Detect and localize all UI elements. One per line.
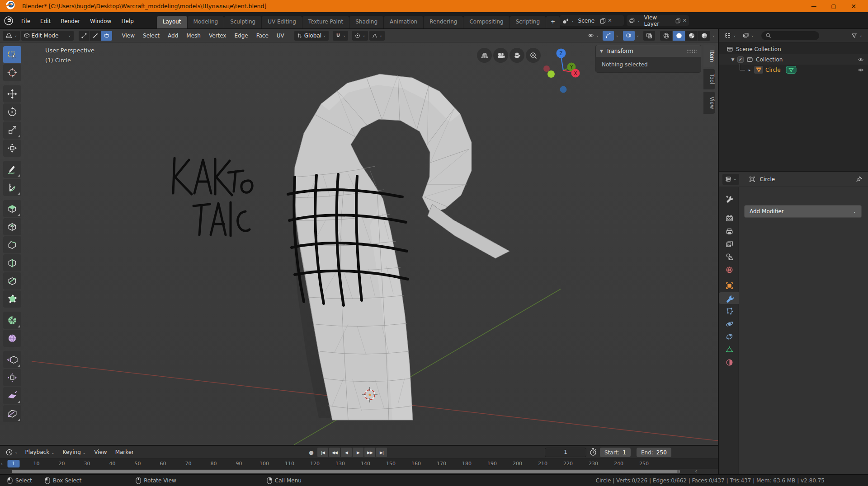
outliner-filter-mode-button[interactable]: ⌄ bbox=[740, 31, 757, 41]
collection-checkbox[interactable]: ✓ bbox=[737, 56, 744, 63]
orthographic-grid-button[interactable] bbox=[477, 48, 492, 63]
tool-smooth[interactable] bbox=[3, 330, 21, 347]
scene-name[interactable]: Scene bbox=[576, 18, 599, 24]
new-scene-icon[interactable] bbox=[600, 18, 606, 24]
edge-select-button[interactable] bbox=[90, 31, 101, 41]
outliner-display-mode-button[interactable]: ⌄ bbox=[722, 31, 739, 41]
current-frame-field[interactable]: 1 bbox=[545, 448, 586, 457]
tool-scale[interactable] bbox=[3, 122, 21, 139]
toggle-xray-button[interactable] bbox=[643, 31, 655, 41]
workspace-tab-shading[interactable]: Shading bbox=[349, 16, 383, 28]
gizmo-neg-x-axis[interactable] bbox=[543, 65, 550, 72]
show-overlays-toggle[interactable] bbox=[623, 31, 635, 41]
playhead-frame-badge[interactable]: 1 bbox=[8, 460, 20, 467]
viewport-menu-vertex[interactable]: Vertex bbox=[205, 31, 231, 41]
properties-tab-particles[interactable] bbox=[720, 305, 739, 317]
close-button[interactable]: ✕ bbox=[844, 0, 863, 12]
jump-to-end-button[interactable]: ▶| bbox=[376, 448, 387, 457]
workspace-tab-sculpting[interactable]: Sculpting bbox=[224, 16, 261, 28]
properties-tab-output[interactable] bbox=[720, 225, 739, 237]
viewport-menu-edge[interactable]: Edge bbox=[230, 31, 252, 41]
show-gizmo-toggle[interactable] bbox=[603, 31, 614, 41]
properties-tab-object-data[interactable] bbox=[720, 343, 739, 355]
outliner-search-input[interactable] bbox=[761, 31, 819, 40]
viewport-menu-face[interactable]: Face bbox=[252, 31, 273, 41]
menu-file[interactable]: File bbox=[16, 15, 35, 28]
tool-cursor[interactable] bbox=[3, 64, 21, 81]
tool-box-select[interactable] bbox=[3, 46, 21, 63]
workspace-tab-scripting[interactable]: Scripting bbox=[510, 16, 546, 28]
tool-poly-build[interactable] bbox=[3, 290, 21, 308]
add-modifier-dropdown[interactable]: Add Modifier ⌄ bbox=[744, 205, 862, 218]
view-layer-selector[interactable]: ⌄ View Layer ✕ bbox=[627, 15, 689, 26]
outliner-row-collection[interactable]: ▼ ✓ Collection bbox=[719, 54, 868, 65]
proportional-editing-toggle[interactable]: ⌄ bbox=[352, 31, 368, 41]
object-visibility-dropdown[interactable]: ⌄ bbox=[585, 31, 602, 41]
properties-tab-tool[interactable] bbox=[720, 193, 739, 205]
timeline-editor-type-button[interactable]: ⌄ bbox=[3, 447, 20, 457]
start-frame-field[interactable]: Start: 1 bbox=[600, 448, 631, 457]
properties-tab-modifiers[interactable] bbox=[719, 292, 739, 304]
workspace-tab-modeling[interactable]: Modeling bbox=[188, 16, 224, 28]
pin-icon[interactable] bbox=[855, 176, 864, 183]
chevron-down-icon[interactable]: ⌄ bbox=[615, 33, 619, 37]
workspace-tab-compositing[interactable]: Compositing bbox=[463, 16, 509, 28]
outliner-filter-button[interactable]: ⌄ bbox=[849, 31, 865, 41]
tool-shear[interactable] bbox=[3, 387, 21, 404]
hide-in-viewport-eye-icon[interactable] bbox=[857, 67, 864, 73]
timeline-menu-marker[interactable]: Marker bbox=[111, 447, 138, 457]
chevron-down-icon[interactable]: ⌄ bbox=[712, 33, 715, 37]
outliner-row-circle[interactable]: ▸ Circle bbox=[719, 65, 868, 75]
tool-move[interactable] bbox=[3, 85, 21, 103]
panel-grip-icon[interactable] bbox=[687, 49, 697, 53]
unlink-scene-icon[interactable]: ✕ bbox=[608, 18, 612, 23]
tool-edge-slide[interactable] bbox=[3, 351, 21, 368]
menu-help[interactable]: Help bbox=[116, 15, 138, 28]
sidebar-tab-item[interactable]: Item bbox=[703, 45, 715, 67]
shading-wireframe-button[interactable] bbox=[660, 31, 672, 41]
tool-loop-cut[interactable] bbox=[3, 254, 21, 271]
outliner-item-label[interactable]: Scene Collection bbox=[736, 46, 781, 52]
expand-triangle-icon[interactable]: ▼ bbox=[731, 57, 735, 62]
navigation-gizmo[interactable]: Z Y X bbox=[543, 49, 580, 93]
snap-toggle[interactable]: ⌄ bbox=[333, 31, 349, 41]
tool-rotate[interactable] bbox=[3, 103, 21, 121]
hide-in-viewport-eye-icon[interactable] bbox=[857, 56, 864, 63]
properties-tab-scene[interactable] bbox=[720, 251, 739, 262]
next-keyframe-button[interactable]: ▶▶ bbox=[364, 448, 375, 457]
gizmo-neg-z-axis[interactable] bbox=[560, 86, 567, 93]
blender-menu-icon[interactable] bbox=[4, 16, 14, 26]
workspace-tab-layout[interactable]: Layout bbox=[157, 16, 187, 28]
menu-window[interactable]: Window bbox=[85, 15, 116, 28]
expand-arrow-icon[interactable]: › bbox=[1, 462, 3, 467]
timeline-menu-playback[interactable]: Playback ⌄ bbox=[21, 447, 59, 457]
scrollbar-thumb[interactable] bbox=[12, 470, 680, 473]
tool-transform[interactable] bbox=[3, 140, 21, 157]
viewport-menu-select[interactable]: Select bbox=[139, 31, 164, 41]
play-button[interactable]: ▶ bbox=[353, 448, 363, 457]
proportional-falloff-dropdown[interactable]: ⌄ bbox=[369, 31, 385, 41]
properties-tab-material[interactable] bbox=[720, 356, 739, 368]
properties-editor-type-button[interactable]: ⌄ bbox=[722, 174, 739, 185]
record-button[interactable]: ● bbox=[306, 448, 316, 457]
transform-orientation-dropdown[interactable]: Global ⌄ bbox=[294, 31, 329, 41]
tool-bevel[interactable] bbox=[3, 236, 21, 253]
viewport-menu-add[interactable]: Add bbox=[164, 31, 182, 41]
timeline-menu-view[interactable]: View bbox=[90, 447, 111, 457]
mesh-object[interactable] bbox=[293, 74, 509, 420]
outliner-row-scene-collection[interactable]: Scene Collection bbox=[719, 44, 868, 54]
workspace-tab-uv-editing[interactable]: UV Editing bbox=[262, 16, 302, 28]
workspace-tab-animation[interactable]: Animation bbox=[384, 16, 423, 28]
menu-render[interactable]: Render bbox=[56, 15, 85, 28]
properties-tab-render[interactable] bbox=[720, 212, 739, 224]
tool-inset-faces[interactable] bbox=[3, 218, 21, 235]
viewport-menu-view[interactable]: View bbox=[118, 31, 139, 41]
viewport-menu-uv[interactable]: UV bbox=[273, 31, 288, 41]
outliner-item-label[interactable]: Circle bbox=[765, 67, 781, 73]
zoom-view-button[interactable] bbox=[526, 48, 541, 63]
view-layer-name[interactable]: View Layer bbox=[642, 14, 674, 27]
shading-material-button[interactable] bbox=[685, 31, 698, 41]
viewport-3d[interactable]: Z Y X User Perspective (1) Circle bbox=[0, 42, 718, 445]
viewport-menu-mesh[interactable]: Mesh bbox=[182, 31, 205, 41]
minimize-button[interactable]: — bbox=[804, 0, 824, 12]
